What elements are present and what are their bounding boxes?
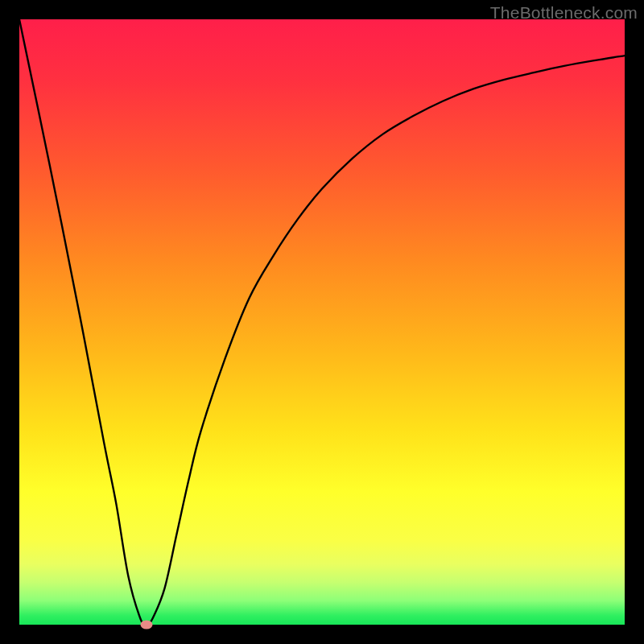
bottleneck-curve [19, 19, 625, 625]
optimum-marker [140, 621, 152, 630]
chart-frame: TheBottleneck.com [0, 0, 644, 644]
plot-area [19, 19, 625, 625]
curve-path [19, 19, 625, 625]
